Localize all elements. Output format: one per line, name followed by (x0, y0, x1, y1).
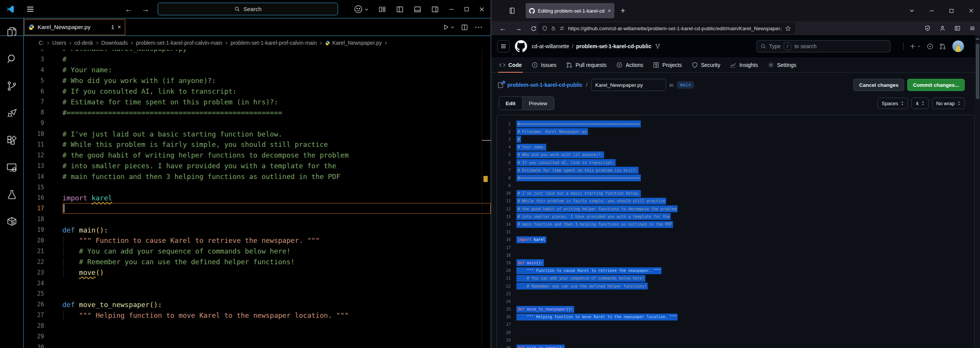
code-line[interactable]: 10# I've just laid out a basic starting … (497, 190, 974, 197)
close-button[interactable] (969, 8, 974, 13)
code-line[interactable]: 29 (24, 331, 491, 342)
account-button[interactable] (354, 5, 369, 14)
breadcrumb-item[interactable]: problem-set-1-karel-prof-calvin-main (230, 40, 317, 46)
run-debug-icon[interactable] (6, 107, 18, 119)
run-python-file-button[interactable] (443, 24, 454, 31)
scrollbar-thumb[interactable] (976, 44, 979, 99)
code-line[interactable]: 29 (497, 336, 974, 344)
code-line[interactable]: 7# Estimate for time spent on this probl… (497, 166, 974, 174)
code-line[interactable]: 17 (497, 244, 974, 251)
code-line[interactable]: 21 # You can add your sequence of comman… (24, 246, 491, 257)
code-line[interactable]: 26def move_to_newspaper(): (24, 299, 491, 310)
forward-arrow-icon[interactable]: → (142, 5, 149, 14)
search-icon[interactable] (6, 53, 18, 65)
code-line[interactable]: 4# Your name: (497, 143, 974, 151)
commit-changes-button[interactable]: Commit changes... (907, 79, 965, 91)
minimize-button[interactable] (449, 7, 454, 12)
code-line[interactable]: 12# the good habit of writing helper fun… (24, 150, 491, 161)
branch-badge[interactable]: main (677, 81, 694, 89)
code-line[interactable]: 1#======================================… (497, 120, 974, 128)
code-line[interactable]: 13# into smaller pieces. I have provided… (497, 213, 974, 220)
tab-preview[interactable]: Preview (523, 97, 554, 110)
code-line[interactable]: 24 (497, 298, 974, 305)
tab-insights[interactable]: Insights (725, 57, 763, 72)
code-line[interactable]: 16import karel (497, 236, 974, 244)
repo-owner-link[interactable]: cd-at-willamette (532, 43, 569, 49)
code-line[interactable]: 19def main(): (497, 259, 974, 267)
code-line[interactable]: 24 (24, 278, 491, 289)
minimize-button[interactable] (929, 8, 934, 13)
scrollbar-thumb[interactable] (482, 140, 491, 141)
code-line[interactable]: 5# Who did you work with (if anyone)?: (24, 75, 491, 86)
tab-actions[interactable]: Actions (611, 57, 648, 72)
new-tab-button[interactable]: + (621, 6, 625, 15)
breadcrumb-item[interactable]: Users (52, 40, 66, 46)
code-line[interactable]: 30 (24, 342, 491, 348)
breadcrumb-item[interactable]: Downloads (101, 40, 128, 46)
close-button[interactable] (479, 7, 485, 12)
breadcrumb-item[interactable]: cd-desk (74, 40, 93, 46)
tab-karel-newspaper[interactable]: Karel_Newspaper.py 1 × (24, 19, 125, 35)
code-line[interactable]: 6# If you consulted AI, link to transcri… (24, 86, 491, 97)
code-line[interactable]: 16import karel (24, 192, 491, 203)
breadcrumb-item[interactable]: problem-set-1-karel-prof-calvin-main (136, 40, 222, 46)
tab-pull-requests[interactable]: Pull requests (561, 57, 611, 72)
code-line[interactable]: 2# Filename: Karel_Newspaper.py (497, 128, 974, 135)
toggle-secondary-sidebar-icon[interactable] (431, 5, 439, 13)
scroll-up-icon[interactable] (975, 36, 980, 42)
code-line[interactable]: 18 (24, 214, 491, 224)
code-line[interactable]: 2# Filename: Karel_Newspaper.py (24, 50, 491, 54)
customize-layout-icon[interactable] (378, 5, 386, 13)
url-text[interactable]: https://github.com/cd-at-willamette/prob… (568, 26, 782, 31)
code-line[interactable]: 18 (497, 251, 974, 259)
firefox-view-icon[interactable] (509, 7, 516, 15)
back-arrow-icon[interactable]: ← (125, 5, 132, 14)
code-line[interactable]: 22 # Remember you can use the defined he… (497, 282, 974, 290)
remote-explorer-icon[interactable] (6, 162, 18, 173)
code-line[interactable]: 19def main(): (24, 224, 491, 235)
tab-settings[interactable]: Settings (763, 57, 802, 72)
code-line[interactable]: 9 (497, 182, 974, 190)
tab-security[interactable]: Security (687, 57, 725, 72)
code-line[interactable]: 20 """ Function to cause Karel to retrie… (497, 267, 974, 275)
code-line[interactable]: 6# If you consulted AI, link to transcri… (497, 159, 974, 166)
wrap-mode-select[interactable]: No wrap (932, 98, 965, 109)
create-new-button[interactable] (910, 43, 921, 49)
code-line[interactable]: 21 # You can add your sequence of comman… (497, 275, 974, 282)
repo-link[interactable]: problem-set-1-karel-cd-public (507, 82, 583, 88)
reload-icon[interactable] (531, 26, 536, 31)
toggle-panel-icon[interactable] (413, 5, 421, 13)
split-editor-icon[interactable] (461, 24, 468, 31)
url-bar[interactable]: https://github.com/cd-at-willamette/prob… (538, 23, 795, 34)
global-search-input[interactable]: Type / to search (756, 40, 890, 52)
code-line[interactable]: 23 move() (24, 267, 491, 278)
code-line[interactable]: 28 (24, 320, 491, 331)
code-line[interactable]: 30def pick_up_paper(): (497, 344, 974, 348)
code-line[interactable]: 3# (497, 135, 974, 143)
code-line[interactable]: 25def move_to_newspaper(): (497, 306, 974, 313)
github-logo-icon[interactable] (515, 40, 527, 52)
code-line[interactable]: 22 # Remember you can use the defined he… (24, 257, 491, 267)
repo-name-link[interactable]: problem-set-1-karel-cd-public (576, 43, 652, 49)
code-line[interactable]: 4# Your name: (24, 65, 491, 75)
testing-icon[interactable] (6, 189, 18, 200)
code-line[interactable]: 13# into smaller pieces. I have provided… (24, 161, 491, 171)
source-control-icon[interactable] (6, 80, 18, 92)
protections-shield-icon[interactable] (924, 25, 931, 31)
indent-size-select[interactable]: 4 (911, 98, 928, 109)
code-line[interactable]: 14# main function and then 3 helping fun… (497, 220, 974, 228)
code-line[interactable]: 15 (497, 228, 974, 236)
cancel-changes-button[interactable]: Cancel changes (853, 79, 904, 91)
code-line[interactable]: 27 (497, 321, 974, 328)
code-line[interactable]: 14# main function and then 3 helping fun… (24, 171, 491, 182)
code-line[interactable]: 23 (497, 290, 974, 298)
breadcrumb-item[interactable]: C: (39, 40, 44, 46)
code-line[interactable]: 25 (24, 288, 491, 299)
toggle-primary-sidebar-icon[interactable] (396, 5, 404, 13)
code-line[interactable]: 8#======================================… (497, 174, 974, 182)
code-line[interactable]: 5# Who did you work with (if anyone)?: (497, 151, 974, 159)
tab-code[interactable]: Code (494, 57, 527, 72)
search-input[interactable]: Search (158, 3, 338, 15)
permissions-icon[interactable] (559, 26, 565, 31)
menu-icon[interactable] (26, 5, 34, 13)
